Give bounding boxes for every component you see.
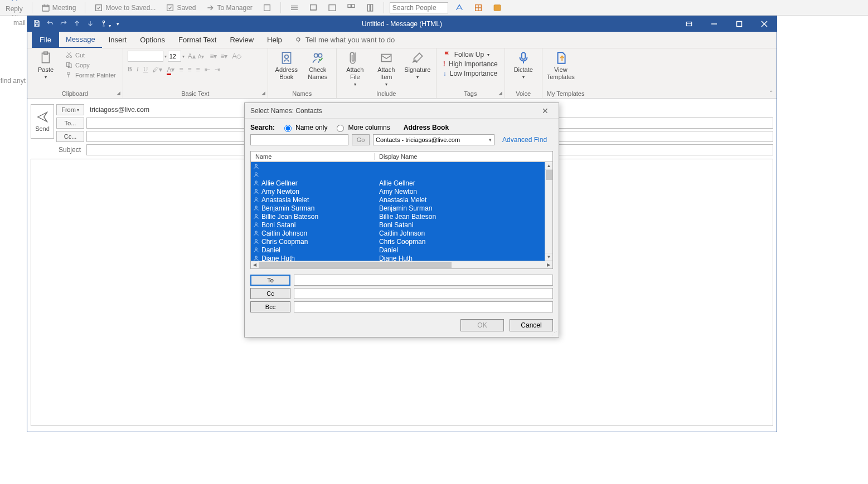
meeting-button[interactable]: Meeting [38,3,80,12]
rules-icon[interactable] [306,3,321,12]
onenote-icon[interactable] [324,3,340,12]
read-aloud-icon[interactable] [452,3,467,12]
svg-rect-3 [264,4,270,11]
flag-icon[interactable] [362,3,378,12]
move-saved-button[interactable]: Move to Saved... [91,3,159,12]
addin-icon[interactable] [471,3,486,12]
calendar-addin-icon[interactable] [489,3,505,12]
saved-button[interactable]: Saved [162,3,199,12]
search-people-input[interactable] [390,2,448,13]
outlook-main-toolbar: Reply All Meeting Move to Saved... Saved… [0,0,868,16]
svg-rect-5 [329,4,336,11]
svg-rect-2 [167,4,173,11]
categorize-icon[interactable] [343,3,359,12]
svg-rect-0 [42,5,49,11]
reply-all-button[interactable]: Reply All [2,0,26,16]
svg-rect-9 [371,4,373,11]
move-icon[interactable] [287,3,302,12]
svg-rect-4 [311,4,317,9]
svg-rect-11 [494,4,501,11]
to-manager-button[interactable]: To Manager [202,3,255,12]
svg-rect-1 [96,4,102,11]
svg-rect-8 [367,4,370,11]
svg-rect-7 [352,4,355,7]
svg-rect-6 [348,4,351,7]
quickstep-dropdown[interactable] [259,3,275,12]
